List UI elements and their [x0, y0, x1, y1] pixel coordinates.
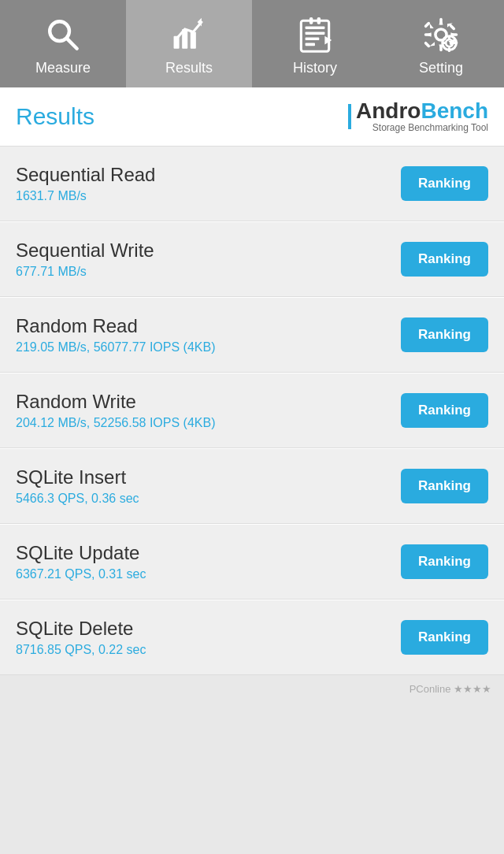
- brand-andro: Andro: [356, 98, 421, 123]
- svg-rect-7: [306, 26, 325, 29]
- footer-watermark: PConline ★★★★: [0, 675, 504, 702]
- svg-point-24: [446, 39, 453, 46]
- benchmark-row: Random Write204.12 MB/s, 52256.58 IOPS (…: [0, 373, 504, 448]
- svg-rect-6: [301, 20, 328, 51]
- benchmark-value: 8716.85 QPS, 0.22 sec: [16, 643, 146, 657]
- benchmark-name: Sequential Read: [16, 164, 155, 186]
- benchmark-row: SQLite Delete8716.85 QPS, 0.22 secRankin…: [0, 600, 504, 675]
- benchmark-name: Random Write: [16, 391, 215, 413]
- benchmark-value: 1631.7 MB/s: [16, 189, 155, 203]
- page-title: Results: [16, 103, 94, 130]
- svg-rect-25: [448, 35, 450, 40]
- benchmark-info: Random Write204.12 MB/s, 52256.58 IOPS (…: [16, 391, 215, 430]
- benchmark-info: SQLite Delete8716.85 QPS, 0.22 sec: [16, 618, 146, 657]
- ranking-button[interactable]: Ranking: [401, 544, 488, 579]
- benchmark-value: 5466.3 QPS, 0.36 sec: [16, 492, 139, 506]
- benchmark-value: 204.12 MB/s, 52256.58 IOPS (4KB): [16, 416, 215, 430]
- tab-results-label: Results: [165, 60, 213, 76]
- svg-rect-12: [317, 17, 321, 24]
- benchmark-row: Sequential Write677.71 MB/sRanking: [0, 221, 504, 297]
- svg-rect-28: [453, 42, 458, 44]
- tab-history[interactable]: History: [252, 0, 378, 87]
- benchmark-info: SQLite Insert5466.3 QPS, 0.36 sec: [16, 466, 139, 506]
- watermark-text: PConline ★★★★: [410, 683, 491, 695]
- benchmark-info: SQLite Update6367.21 QPS, 0.31 sec: [16, 542, 146, 581]
- brand-bench: Bench: [421, 98, 488, 123]
- ranking-button[interactable]: Ranking: [401, 469, 488, 503]
- tab-bar: Measure Results: [0, 0, 504, 87]
- gear-icon: [421, 14, 461, 55]
- brand-logo: AndroBench Storage Benchmarking Tool: [348, 100, 488, 133]
- benchmark-row: Random Read219.05 MB/s, 56077.77 IOPS (4…: [0, 297, 504, 373]
- ranking-button[interactable]: Ranking: [401, 166, 488, 201]
- search-icon: [43, 14, 83, 55]
- ranking-button[interactable]: Ranking: [401, 242, 488, 277]
- ranking-button[interactable]: Ranking: [401, 393, 488, 428]
- benchmark-row: SQLite Update6367.21 QPS, 0.31 secRankin…: [0, 524, 504, 600]
- svg-rect-8: [306, 32, 325, 35]
- svg-rect-21: [424, 41, 431, 48]
- results-header: Results AndroBench Storage Benchmarking …: [0, 87, 504, 147]
- svg-rect-20: [449, 24, 456, 31]
- benchmark-value: 677.71 MB/s: [16, 265, 154, 279]
- svg-rect-11: [309, 17, 313, 24]
- benchmark-row: SQLite Insert5466.3 QPS, 0.36 secRanking: [0, 448, 504, 524]
- benchmark-value: 6367.21 QPS, 0.31 sec: [16, 567, 146, 581]
- benchmark-info: Sequential Read1631.7 MB/s: [16, 164, 155, 203]
- svg-rect-10: [306, 43, 315, 46]
- svg-rect-19: [424, 21, 431, 28]
- chart-icon: [169, 14, 209, 55]
- history-icon: [295, 14, 335, 55]
- svg-rect-26: [448, 47, 450, 52]
- svg-rect-15: [439, 18, 443, 25]
- brand-accent-bar: [348, 104, 351, 129]
- tab-setting-label: Setting: [419, 60, 463, 76]
- svg-line-1: [66, 38, 76, 48]
- brand-text: AndroBench Storage Benchmarking Tool: [356, 100, 488, 133]
- benchmark-value: 219.05 MB/s, 56077.77 IOPS (4KB): [16, 340, 215, 355]
- svg-rect-4: [191, 32, 196, 48]
- ranking-button[interactable]: Ranking: [401, 317, 488, 352]
- svg-rect-9: [306, 38, 320, 41]
- tab-measure-label: Measure: [35, 60, 91, 76]
- benchmark-info: Random Read219.05 MB/s, 56077.77 IOPS (4…: [16, 315, 215, 355]
- ranking-button[interactable]: Ranking: [401, 620, 488, 655]
- benchmark-info: Sequential Write677.71 MB/s: [16, 239, 154, 279]
- tab-history-label: History: [293, 60, 337, 76]
- svg-rect-17: [424, 33, 432, 36]
- benchmark-name: Sequential Write: [16, 239, 154, 262]
- tab-results[interactable]: Results: [126, 0, 252, 87]
- svg-rect-27: [442, 42, 447, 44]
- benchmark-name: SQLite Insert: [16, 466, 139, 488]
- tab-measure[interactable]: Measure: [0, 0, 126, 87]
- brand-tagline: Storage Benchmarking Tool: [372, 122, 488, 133]
- tab-setting[interactable]: Setting: [378, 0, 504, 87]
- benchmark-list: Sequential Read1631.7 MB/sRankingSequent…: [0, 147, 504, 675]
- benchmark-row: Sequential Read1631.7 MB/sRanking: [0, 147, 504, 221]
- benchmark-name: Random Read: [16, 315, 215, 337]
- benchmark-name: SQLite Update: [16, 542, 146, 564]
- brand-name: AndroBench: [356, 100, 488, 122]
- benchmark-name: SQLite Delete: [16, 618, 146, 640]
